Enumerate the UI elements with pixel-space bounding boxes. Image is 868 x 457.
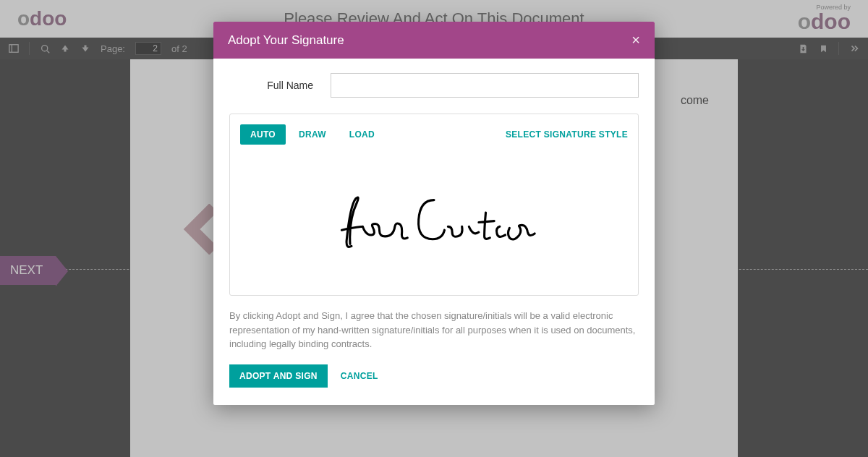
modal-header: Adopt Your Signature × [213,22,655,59]
close-icon[interactable]: × [631,32,640,48]
legal-text: By clicking Adopt and Sign, I agree that… [229,309,639,351]
signature-panel: AUTO DRAW LOAD SELECT SIGNATURE STYLE [229,114,639,296]
tab-draw[interactable]: DRAW [289,124,336,145]
full-name-input[interactable] [331,73,639,98]
modal-backdrop: Adopt Your Signature × Full Name AUTO DR… [0,0,868,457]
tab-load[interactable]: LOAD [339,124,385,145]
cancel-button[interactable]: CANCEL [332,364,387,388]
signature-modal: Adopt Your Signature × Full Name AUTO DR… [213,22,655,405]
full-name-label: Full Name [229,80,331,91]
select-signature-style[interactable]: SELECT SIGNATURE STYLE [506,129,628,140]
signature-graphic [329,192,539,255]
modal-title: Adopt Your Signature [228,33,344,48]
signature-preview [230,150,638,295]
adopt-and-sign-button[interactable]: ADOPT AND SIGN [229,364,328,388]
tab-auto[interactable]: AUTO [240,124,286,145]
